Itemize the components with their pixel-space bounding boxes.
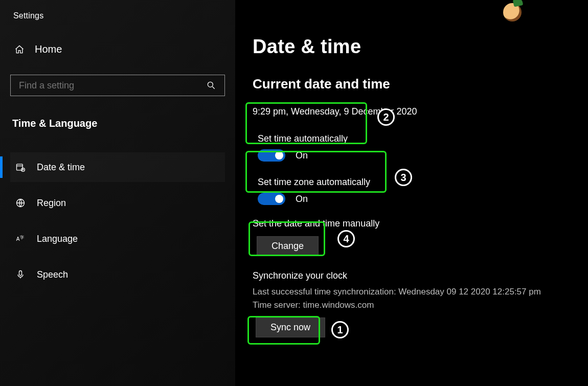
calendar-clock-icon (15, 162, 26, 172)
nav-list: Date & time Region A字 Language Speech (10, 152, 225, 289)
manual-set-label: Set the date and time manually (253, 218, 588, 229)
nav-item-date-time[interactable]: Date & time (10, 152, 225, 182)
sync-now-button[interactable]: Sync now (256, 317, 325, 337)
toggle-set-tz-auto[interactable] (258, 193, 285, 205)
nav-item-language[interactable]: A字 Language (10, 224, 225, 254)
svg-line-1 (213, 87, 215, 89)
mic-icon (15, 269, 26, 280)
category-label: Time & Language (12, 118, 225, 129)
annotation-num-3: 3 (395, 169, 412, 186)
svg-rect-8 (19, 271, 22, 276)
nav-item-region[interactable]: Region (10, 188, 225, 218)
sync-last: Last successful time synchronization: We… (253, 285, 588, 299)
mascot-avatar (503, 3, 522, 21)
nav-item-label: Date & time (37, 162, 85, 173)
sync-section: Synchronize your clock Last successful t… (253, 270, 588, 340)
toggle-set-time-auto[interactable] (258, 149, 285, 162)
toggle-state-label: On (296, 194, 308, 205)
svg-point-0 (208, 82, 213, 87)
nav-home-label: Home (35, 43, 62, 55)
globe-icon (15, 198, 26, 208)
app-title: Settings (13, 11, 225, 20)
svg-text:字: 字 (20, 235, 24, 240)
sync-server: Time server: time.windows.com (253, 299, 588, 312)
home-icon (14, 44, 25, 55)
nav-item-speech[interactable]: Speech (10, 260, 225, 289)
nav-item-label: Language (37, 234, 78, 244)
search-input[interactable] (19, 80, 206, 91)
nav-item-label: Speech (37, 269, 68, 280)
setting-set-time-auto: Set time automatically On (253, 129, 354, 167)
search-icon (206, 80, 216, 90)
page-heading: Date & time (253, 36, 588, 58)
nav-item-label: Region (37, 198, 66, 209)
sync-label: Synchronize your clock (253, 270, 588, 281)
sidebar: Settings Home Time & Language Date & tim… (0, 0, 235, 386)
search-box[interactable] (10, 75, 225, 96)
setting-set-tz-auto: Set time zone automatically On (253, 173, 376, 210)
svg-text:A: A (16, 236, 20, 242)
setting-label: Set time zone automatically (258, 177, 370, 188)
section-current-datetime: Current date and time (253, 76, 588, 92)
setting-label: Set time automatically (258, 133, 348, 144)
language-icon: A字 (15, 234, 26, 244)
annotation-num-4: 4 (337, 230, 355, 247)
toggle-state-label: On (296, 150, 308, 161)
change-button-wrap: Change (253, 233, 323, 259)
nav-home[interactable]: Home (14, 43, 225, 55)
current-datetime-value: 9:29 pm, Wednesday, 9 December 2020 (253, 106, 588, 117)
sync-button-wrap: Sync now (253, 314, 328, 340)
content-pane: Date & time Current date and time 9:29 p… (235, 0, 588, 386)
change-button[interactable]: Change (257, 236, 319, 256)
